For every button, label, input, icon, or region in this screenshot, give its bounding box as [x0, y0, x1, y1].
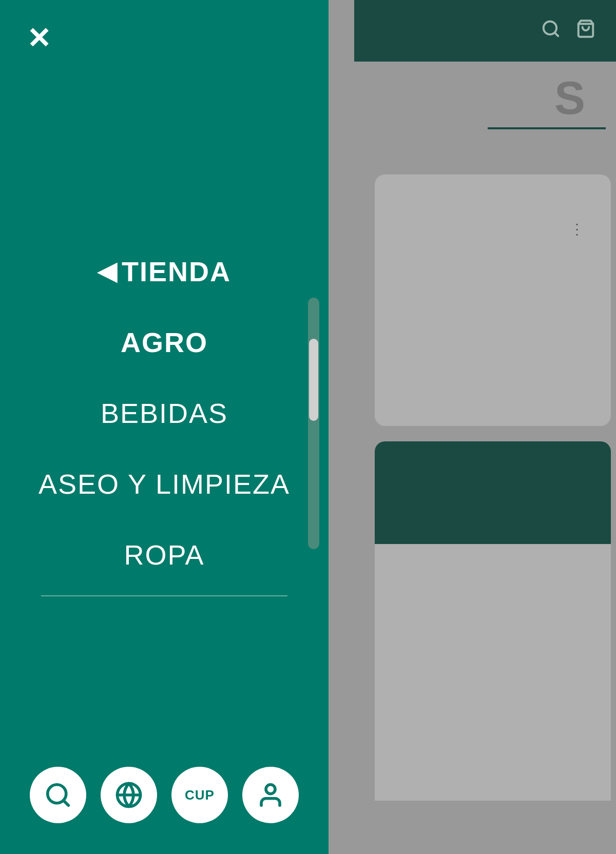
svg-point-7 — [266, 785, 275, 794]
menu-item-bebidas-label: BEBIDAS — [101, 398, 228, 429]
menu-item-aseo-label: ASEO Y LIMPIEZA — [38, 469, 290, 499]
menu-item-bebidas[interactable]: BEBIDAS — [0, 378, 329, 449]
bottom-cup-button[interactable]: CUP — [171, 767, 228, 823]
top-bar — [354, 0, 616, 62]
close-button[interactable]: ✕ — [21, 21, 56, 56]
user-icon — [257, 781, 284, 809]
bottom-icons-container: CUP — [0, 767, 329, 823]
search-icon[interactable] — [541, 19, 561, 43]
menu-items-container: ◀ TIENDA AGRO BEBIDAS ASEO Y LIMPIEZA RO… — [0, 236, 329, 596]
close-icon: ✕ — [27, 24, 51, 53]
bottom-user-button[interactable] — [242, 767, 299, 823]
underline-decoration — [488, 127, 606, 129]
bottom-search-button[interactable] — [30, 767, 86, 823]
menu-item-ropa[interactable]: ROPA — [0, 519, 329, 590]
menu-divider — [41, 595, 287, 596]
svg-line-4 — [63, 800, 68, 805]
menu-item-tienda-label: TIENDA — [122, 256, 231, 287]
menu-item-aseo[interactable]: ASEO Y LIMPIEZA — [0, 449, 329, 519]
menu-item-tienda[interactable]: ◀ TIENDA — [0, 236, 329, 307]
menu-item-agro[interactable]: AGRO — [0, 307, 329, 378]
bottom-globe-button[interactable] — [101, 767, 157, 823]
cart-icon[interactable] — [576, 19, 595, 43]
scrollbar-track[interactable] — [308, 298, 319, 549]
search-icon — [44, 781, 72, 809]
right-card-3 — [375, 544, 611, 801]
globe-icon — [115, 781, 143, 809]
cup-label: CUP — [185, 787, 215, 803]
svg-line-1 — [554, 32, 558, 36]
partial-letter: S — [554, 72, 606, 125]
scrollbar-thumb[interactable] — [309, 339, 318, 421]
right-card-2 — [375, 441, 611, 544]
more-options-icon[interactable]: ⋮ — [570, 221, 585, 238]
chevron-left-icon: ◀ — [98, 259, 117, 284]
right-card-1 — [375, 174, 611, 426]
menu-overlay: ✕ ◀ TIENDA AGRO BEBIDAS ASEO Y LIMPIEZA … — [0, 0, 329, 854]
menu-item-ropa-label: ROPA — [124, 539, 204, 570]
menu-item-agro-label: AGRO — [121, 327, 208, 358]
